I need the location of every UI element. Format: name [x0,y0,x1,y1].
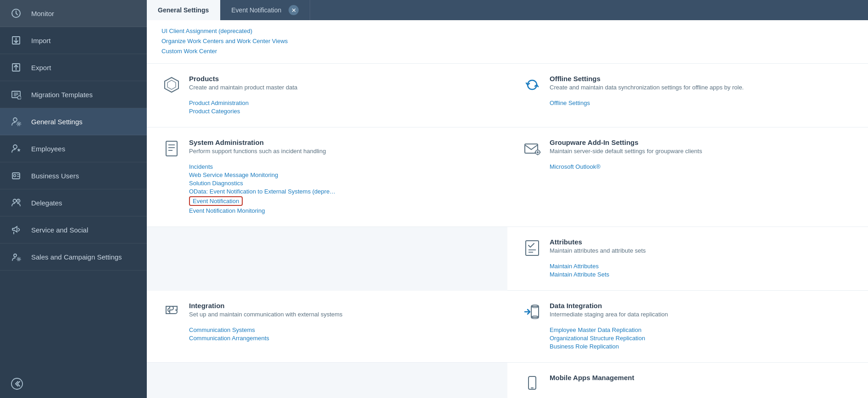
section-attributes-header: Attributes Maintain attributes and attri… [522,238,853,258]
tab-general-settings-label: General Settings [158,6,209,14]
person-gear-icon [11,116,24,127]
checklist-icon [522,238,542,258]
megaphone-icon [11,225,24,235]
puzzle-icon [161,302,182,322]
section-attributes-links: Maintain Attributes Maintain Attribute S… [550,263,853,278]
link-product-administration[interactable]: Product Administration [189,100,493,106]
section-sysadmin-header: System Administration Perform support fu… [161,138,493,159]
svg-point-25 [18,258,20,260]
section-products-links: Product Administration Product Categorie… [189,100,493,115]
link-odata-event[interactable]: OData: Event Notification to External Sy… [189,188,493,195]
sidebar-item-general-settings[interactable]: General Settings [0,108,147,135]
section-data-integration-header: Data Integration Intermediate staging ar… [522,302,853,322]
section-mobile-header: Mobile Apps Management [522,374,853,394]
section-offline-title: Offline Settings [550,75,744,83]
link-organize-work-centers[interactable]: Organize Work Centers and Work Center Vi… [161,38,853,44]
section-attributes-placeholder [147,227,507,291]
mobile-icon [522,374,542,394]
tab-event-notification[interactable]: Event Notification ✕ [220,0,310,20]
tab-event-notification-label: Event Notification [231,6,281,14]
section-groupware-links: Microsoft Outlook® [550,163,853,170]
top-links-section: UI Client Assignment (deprecated) Organi… [147,20,868,64]
link-microsoft-outlook[interactable]: Microsoft Outlook® [550,163,853,170]
sidebar-label-service-and-social: Service and Social [31,226,88,234]
person-delegate-icon [11,198,24,208]
section-attributes-title: Attributes [550,238,646,246]
import-icon [11,35,24,45]
collapse-button[interactable] [0,370,147,398]
svg-rect-47 [529,376,536,389]
section-sysadmin-text: System Administration Perform support fu… [189,138,326,157]
tab-bar: General Settings Event Notification ✕ [147,0,868,20]
section-groupware-text: Groupware Add-In Settings Maintain serve… [550,138,702,157]
link-event-notification-monitoring[interactable]: Event Notification Monitoring [189,207,493,214]
sidebar-label-import: Import [31,37,51,44]
section-data-integration-links: Employee Master Data Replication Organiz… [550,326,853,350]
link-incidents[interactable]: Incidents [189,163,493,170]
section-offline-settings: Offline Settings Create and maintain dat… [507,64,868,127]
section-data-integration: Data Integration Intermediate staging ar… [507,291,868,363]
section-mobile-text: Mobile Apps Management [550,374,634,383]
link-maintain-attribute-sets[interactable]: Maintain Attribute Sets [550,271,853,278]
sidebar-item-delegates[interactable]: Delegates [0,189,147,216]
sidebar-label-migration-templates: Migration Templates [31,91,93,99]
sidebar-label-delegates: Delegates [31,199,62,207]
export-icon [11,62,24,72]
section-data-integration-title: Data Integration [550,302,668,310]
sidebar-item-export[interactable]: Export [0,54,147,81]
svg-marker-15 [17,148,21,152]
sidebar-label-export: Export [31,64,51,72]
section-products: Products Create and maintain product mas… [147,64,507,127]
sidebar-item-import[interactable]: Import [0,27,147,54]
link-business-role-replication[interactable]: Business Role Replication [550,343,853,350]
section-offline-text: Offline Settings Create and maintain dat… [550,75,744,94]
section-empty-bottom-left [147,363,507,398]
link-event-notification[interactable]: Event Notification [189,196,243,206]
section-offline-links: Offline Settings [550,100,853,106]
link-solution-diagnostics[interactable]: Solution Diagnostics [189,180,493,187]
sidebar-item-service-and-social[interactable]: Service and Social [0,216,147,243]
section-products-text: Products Create and maintain product mas… [189,75,297,94]
link-custom-work-center[interactable]: Custom Work Center [161,48,853,55]
section-integration-title: Integration [189,302,343,310]
svg-text:+: + [18,97,20,100]
link-maintain-attributes[interactable]: Maintain Attributes [550,263,853,270]
link-org-structure-replication[interactable]: Organizational Structure Replication [550,335,853,342]
section-sysadmin-title: System Administration [189,138,326,146]
sidebar-item-business-users[interactable]: Business Users [0,162,147,189]
sidebar-item-monitor[interactable]: Monitor [0,0,147,27]
section-sysadmin-links: Incidents Web Service Message Monitoring… [189,163,493,214]
link-communication-systems[interactable]: Communication Systems [189,326,493,333]
svg-point-17 [14,175,16,177]
sidebar-item-migration-templates[interactable]: + Migration Templates [0,81,147,108]
section-products-title: Products [189,75,297,83]
section-integration-desc: Set up and maintain communication with e… [189,311,343,318]
section-attributes: Attributes Maintain attributes and attri… [507,227,868,291]
link-employee-master-data[interactable]: Employee Master Data Replication [550,326,853,333]
hexagon-icon [161,75,182,95]
data-arrow-icon [522,302,542,322]
link-product-categories[interactable]: Product Categories [189,108,493,115]
tab-close-button[interactable]: ✕ [289,5,299,15]
link-ui-client-assignment[interactable]: UI Client Assignment (deprecated) [161,28,853,34]
svg-point-24 [14,254,17,257]
svg-rect-30 [166,141,177,156]
link-web-service[interactable]: Web Service Message Monitoring [189,171,493,178]
section-offline-header: Offline Settings Create and maintain dat… [522,75,853,95]
section-attributes-text: Attributes Maintain attributes and attri… [550,238,646,257]
sync-icon [522,75,542,95]
link-communication-arrangements[interactable]: Communication Arrangements [189,335,493,342]
content-area: UI Client Assignment (deprecated) Organi… [147,20,868,398]
section-offline-desc: Create and maintain data synchronization… [550,84,744,91]
section-groupware-header: Groupware Add-In Settings Maintain serve… [522,138,853,159]
sidebar-label-business-users: Business Users [31,172,79,180]
tab-general-settings[interactable]: General Settings [147,0,220,20]
section-integration: Integration Set up and maintain communic… [147,291,507,363]
section-sysadmin-desc: Perform support functions such as incide… [189,148,326,155]
sidebar-item-sales-and-campaign[interactable]: Sales and Campaign Settings [0,243,147,271]
section-integration-header: Integration Set up and maintain communic… [161,302,493,322]
link-offline-settings[interactable]: Offline Settings [550,100,853,106]
section-groupware-title: Groupware Add-In Settings [550,138,702,146]
svg-point-11 [13,118,17,122]
sidebar-item-employees[interactable]: Employees [0,135,147,162]
